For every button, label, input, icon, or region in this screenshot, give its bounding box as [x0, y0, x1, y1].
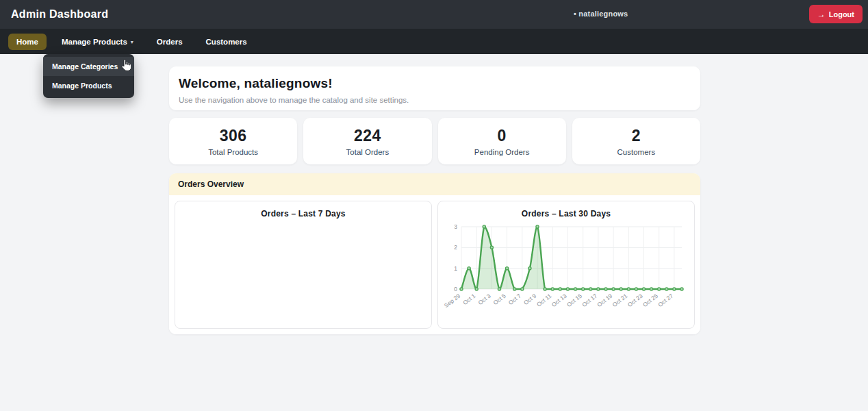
main-content: Welcome, nataliegnows! Use the navigatio…: [169, 66, 700, 334]
svg-text:1: 1: [454, 265, 457, 272]
svg-text:Oct 1: Oct 1: [461, 292, 476, 307]
welcome-title: Welcome, nataliegnows!: [179, 76, 691, 91]
orders-overview-card: Orders Overview Orders – Last 7 Days Ord…: [169, 173, 700, 334]
nav-item-orders[interactable]: Orders: [149, 34, 191, 50]
svg-text:Oct 25: Oct 25: [641, 292, 659, 308]
welcome-subtitle: Use the navigation above to manage the c…: [179, 96, 691, 104]
orders-30d-chart: 0123Sep 29Oct 1Oct 3Oct 5Oct 7Oct 9Oct 1…: [444, 221, 689, 323]
svg-text:Oct 23: Oct 23: [626, 292, 644, 308]
orders-7d-chart-area: [181, 219, 426, 321]
admin-dashboard-page: Admin Dashboard • nataliegnows → Logout …: [0, 0, 868, 411]
stat-label-total-orders: Total Orders: [306, 148, 429, 156]
orders-30d-chart-card: Orders – Last 30 Days 0123Sep 29Oct 1Oct…: [437, 201, 695, 329]
dropdown-item-manage-products[interactable]: Manage Products: [43, 76, 134, 95]
orders-overview-body: Orders – Last 7 Days Orders – Last 30 Da…: [169, 195, 700, 334]
nav-item-customers[interactable]: Customers: [198, 34, 255, 50]
mouse-cursor-pointer-icon: [120, 59, 131, 73]
stat-value-customers: 2: [575, 127, 698, 145]
svg-text:2: 2: [454, 244, 457, 251]
orders-7d-chart-card: Orders – Last 7 Days: [175, 201, 432, 329]
stat-value-total-products: 306: [172, 127, 294, 145]
stat-label-pending-orders: Pending Orders: [441, 148, 563, 156]
stat-card-total-products: 306 Total Products: [169, 118, 297, 164]
chevron-down-icon: ▾: [131, 39, 133, 45]
svg-text:Oct 27: Oct 27: [656, 292, 674, 308]
logout-label: Logout: [829, 10, 854, 18]
logout-button[interactable]: → Logout: [809, 5, 863, 23]
svg-text:Oct 3: Oct 3: [476, 292, 492, 307]
nav-item-home[interactable]: Home: [8, 34, 47, 50]
stats-row: 306 Total Products 224 Total Orders 0 Pe…: [169, 118, 700, 164]
nav-item-manage-products-label: Manage Products: [62, 38, 127, 46]
stat-label-total-products: Total Products: [172, 148, 294, 156]
logout-arrow-icon: →: [817, 10, 826, 18]
svg-text:Oct 17: Oct 17: [580, 292, 598, 308]
svg-text:Oct 11: Oct 11: [535, 292, 553, 308]
svg-text:Oct 13: Oct 13: [550, 292, 568, 308]
svg-text:Oct 9: Oct 9: [522, 292, 537, 307]
orders-overview-header: Orders Overview: [169, 173, 700, 195]
orders-overview-title: Orders Overview: [178, 179, 244, 189]
svg-text:Oct 5: Oct 5: [492, 292, 507, 307]
logged-in-username: • nataliegnows: [574, 10, 628, 18]
stat-value-total-orders: 224: [306, 127, 429, 145]
stat-card-customers: 2 Customers: [572, 118, 700, 164]
main-nav: Home Manage Products▾ Orders Customers: [0, 29, 868, 54]
svg-text:Oct 21: Oct 21: [611, 292, 629, 308]
svg-text:3: 3: [454, 223, 457, 230]
svg-text:0: 0: [454, 286, 457, 292]
orders-7d-chart-title: Orders – Last 7 Days: [181, 209, 426, 219]
app-header: Admin Dashboard • nataliegnows → Logout: [0, 0, 868, 29]
svg-text:Sep 29: Sep 29: [444, 292, 461, 310]
svg-text:Oct 15: Oct 15: [565, 292, 583, 308]
stat-card-pending-orders: 0 Pending Orders: [438, 118, 566, 164]
svg-text:Oct 7: Oct 7: [507, 292, 522, 307]
orders-30d-chart-title: Orders – Last 30 Days: [444, 209, 689, 219]
app-title: Admin Dashboard: [11, 8, 108, 21]
stat-value-pending-orders: 0: [441, 127, 563, 145]
nav-item-manage-products[interactable]: Manage Products▾: [53, 34, 142, 50]
stat-card-total-orders: 224 Total Orders: [303, 118, 431, 164]
stat-label-customers: Customers: [575, 148, 698, 156]
welcome-card: Welcome, nataliegnows! Use the navigatio…: [169, 66, 700, 110]
svg-text:Oct 19: Oct 19: [596, 292, 613, 308]
